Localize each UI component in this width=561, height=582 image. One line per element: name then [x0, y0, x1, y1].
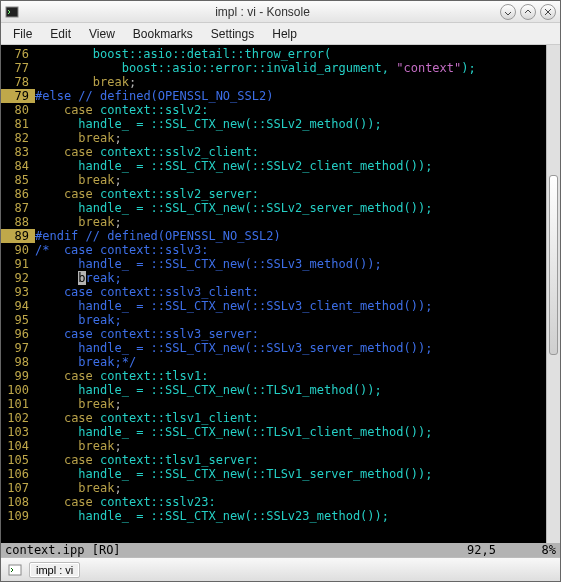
code-line: 103 handle_ = ::SSL_CTX_new(::TLSv1_clie… — [1, 425, 546, 439]
code-text: break; — [35, 131, 546, 145]
menu-file[interactable]: File — [5, 25, 40, 43]
code-text: boost::asio::detail::throw_error( — [35, 47, 546, 61]
code-line: 80 case context::sslv2: — [1, 103, 546, 117]
code-text: #endif // defined(OPENSSL_NO_SSL2) — [35, 229, 546, 243]
menubar: File Edit View Bookmarks Settings Help — [1, 23, 560, 45]
line-number: 102 — [1, 411, 35, 425]
code-line: 84 handle_ = ::SSL_CTX_new(::SSLv2_clien… — [1, 159, 546, 173]
titlebar[interactable]: impl : vi - Konsole — [1, 1, 560, 23]
code-line: 86 case context::sslv2_server: — [1, 187, 546, 201]
menu-settings[interactable]: Settings — [203, 25, 262, 43]
code-text: break; — [35, 481, 546, 495]
new-tab-icon[interactable] — [7, 562, 23, 578]
code-text: case context::sslv3_client: — [35, 285, 546, 299]
line-number: 76 — [1, 47, 35, 61]
code-text: break;*/ — [35, 355, 546, 369]
tab-item[interactable]: impl : vi — [29, 562, 80, 578]
code-text: case context::sslv2: — [35, 103, 546, 117]
line-number: 103 — [1, 425, 35, 439]
scroll-thumb[interactable] — [549, 175, 558, 355]
line-number: 107 — [1, 481, 35, 495]
code-line: 109 handle_ = ::SSL_CTX_new(::SSLv23_met… — [1, 509, 546, 523]
line-number: 93 — [1, 285, 35, 299]
code-line: 108 case context::sslv23: — [1, 495, 546, 509]
code-text: handle_ = ::SSL_CTX_new(::SSLv23_method(… — [35, 509, 546, 523]
code-line: 81 handle_ = ::SSL_CTX_new(::SSLv2_metho… — [1, 117, 546, 131]
terminal-icon — [5, 5, 19, 19]
tab-bar: impl : vi — [1, 557, 560, 581]
code-text: case context::tlsv1: — [35, 369, 546, 383]
code-line: 78 break; — [1, 75, 546, 89]
line-number: 82 — [1, 131, 35, 145]
maximize-button[interactable] — [520, 4, 536, 20]
status-position: 92,5 — [467, 543, 496, 557]
code-text: handle_ = ::SSL_CTX_new(::SSLv3_client_m… — [35, 299, 546, 313]
status-file: context.ipp [RO] — [5, 543, 467, 557]
status-percent: 8% — [496, 543, 556, 557]
code-line: 105 case context::tlsv1_server: — [1, 453, 546, 467]
menu-view[interactable]: View — [81, 25, 123, 43]
code-line: 79#else // defined(OPENSSL_NO_SSL2) — [1, 89, 546, 103]
line-number: 96 — [1, 327, 35, 341]
code-text: case context::sslv2_server: — [35, 187, 546, 201]
line-number: 106 — [1, 467, 35, 481]
vi-statusbar: context.ipp [RO] 92,5 8% — [1, 543, 560, 557]
line-number: 104 — [1, 439, 35, 453]
code-text: handle_ = ::SSL_CTX_new(::SSLv2_client_m… — [35, 159, 546, 173]
close-button[interactable] — [540, 4, 556, 20]
line-number: 86 — [1, 187, 35, 201]
code-text: break; — [35, 215, 546, 229]
line-number: 97 — [1, 341, 35, 355]
konsole-window: impl : vi - Konsole File Edit View Bookm… — [0, 0, 561, 582]
line-number: 88 — [1, 215, 35, 229]
line-number: 83 — [1, 145, 35, 159]
code-text: handle_ = ::SSL_CTX_new(::SSLv2_method()… — [35, 117, 546, 131]
window-title: impl : vi - Konsole — [25, 5, 500, 19]
code-line: 87 handle_ = ::SSL_CTX_new(::SSLv2_serve… — [1, 201, 546, 215]
code-line: 90/* case context::sslv3: — [1, 243, 546, 257]
code-line: 92 break; — [1, 271, 546, 285]
code-line: 106 handle_ = ::SSL_CTX_new(::TLSv1_serv… — [1, 467, 546, 481]
minimize-button[interactable] — [500, 4, 516, 20]
menu-bookmarks[interactable]: Bookmarks — [125, 25, 201, 43]
scrollbar[interactable] — [546, 45, 560, 543]
code-line: 95 break; — [1, 313, 546, 327]
code-line: 89#endif // defined(OPENSSL_NO_SSL2) — [1, 229, 546, 243]
line-number: 89 — [1, 229, 35, 243]
line-number: 80 — [1, 103, 35, 117]
code-text: break; — [35, 75, 546, 89]
code-line: 85 break; — [1, 173, 546, 187]
menu-edit[interactable]: Edit — [42, 25, 79, 43]
code-line: 104 break; — [1, 439, 546, 453]
line-number: 87 — [1, 201, 35, 215]
line-number: 95 — [1, 313, 35, 327]
line-number: 100 — [1, 383, 35, 397]
line-number: 94 — [1, 299, 35, 313]
line-number: 78 — [1, 75, 35, 89]
code-line: 82 break; — [1, 131, 546, 145]
terminal[interactable]: 76 boost::asio::detail::throw_error(77 b… — [1, 45, 546, 543]
line-number: 105 — [1, 453, 35, 467]
terminal-area: 76 boost::asio::detail::throw_error(77 b… — [1, 45, 560, 543]
code-line: 76 boost::asio::detail::throw_error( — [1, 47, 546, 61]
code-line: 107 break; — [1, 481, 546, 495]
code-line: 100 handle_ = ::SSL_CTX_new(::TLSv1_meth… — [1, 383, 546, 397]
menu-help[interactable]: Help — [264, 25, 305, 43]
code-line: 99 case context::tlsv1: — [1, 369, 546, 383]
line-number: 91 — [1, 257, 35, 271]
line-number: 79 — [1, 89, 35, 103]
code-text: case context::sslv3_server: — [35, 327, 546, 341]
code-text: break; — [35, 397, 546, 411]
code-line: 93 case context::sslv3_client: — [1, 285, 546, 299]
code-line: 83 case context::sslv2_client: — [1, 145, 546, 159]
window-controls — [500, 4, 556, 20]
code-text: case context::sslv2_client: — [35, 145, 546, 159]
line-number: 98 — [1, 355, 35, 369]
code-line: 97 handle_ = ::SSL_CTX_new(::SSLv3_serve… — [1, 341, 546, 355]
code-text: break; — [35, 271, 546, 285]
code-text: handle_ = ::SSL_CTX_new(::SSLv3_method()… — [35, 257, 546, 271]
code-text: #else // defined(OPENSSL_NO_SSL2) — [35, 89, 546, 103]
code-text: handle_ = ::SSL_CTX_new(::TLSv1_client_m… — [35, 425, 546, 439]
code-text: handle_ = ::SSL_CTX_new(::TLSv1_server_m… — [35, 467, 546, 481]
code-line: 98 break;*/ — [1, 355, 546, 369]
